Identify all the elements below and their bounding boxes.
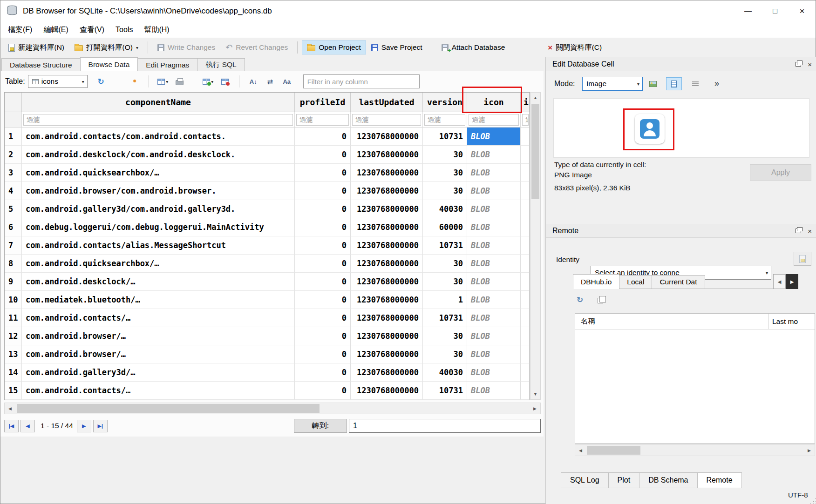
scroll-right-button[interactable]: ▶ (804, 445, 815, 456)
cell-version[interactable]: 30 (423, 164, 467, 182)
table-row[interactable]: 3 com.android.quicksearchbox/… 0 1230768… (5, 164, 530, 182)
cell-icon-blob[interactable]: BLOB (467, 200, 521, 218)
cell-version[interactable]: 30 (423, 273, 467, 291)
tab-sql-log[interactable]: SQL Log (561, 472, 609, 488)
cell-partial[interactable] (521, 363, 530, 382)
cell-componentName[interactable]: com.android.browser/… (22, 345, 295, 363)
close-database-button[interactable]: × 關閉資料庫(C) (543, 40, 607, 55)
scrollbar-thumb[interactable] (587, 446, 640, 455)
cell-componentName[interactable]: com.android.browser/com.android.browser. (22, 182, 295, 200)
cell-partial[interactable] (521, 200, 530, 218)
menu-view[interactable]: 查看(V) (74, 23, 110, 37)
filter-options-button[interactable] (128, 75, 142, 88)
identity-settings-button[interactable] (794, 252, 811, 266)
cell-lastUpdated[interactable]: 1230768000000 (351, 273, 423, 291)
close-button[interactable]: × (789, 0, 816, 22)
table-row[interactable]: 15 com.android.contacts/… 0 123076800000… (5, 382, 530, 400)
column-header-componentName[interactable]: componentName (22, 93, 295, 112)
undock-panel-icon[interactable] (796, 62, 801, 67)
cell-partial[interactable] (521, 182, 530, 200)
tab-current-database[interactable]: Current Dat (652, 275, 705, 289)
table-row[interactable]: 8 com.android.quicksearchbox/… 0 1230768… (5, 255, 530, 273)
text-mode-button[interactable] (666, 77, 682, 90)
cell-version[interactable]: 40030 (423, 363, 467, 382)
new-database-button[interactable]: 新建資料庫(N) (3, 40, 69, 55)
cell-componentName[interactable]: com.android.contacts/com.android.contact… (22, 128, 295, 146)
table-row[interactable]: 1 com.android.contacts/com.android.conta… (5, 128, 530, 146)
last-record-button[interactable]: ▶| (93, 420, 108, 432)
cell-version[interactable]: 40030 (423, 200, 467, 218)
revert-changes-button[interactable]: ↶ Revert Changes (220, 40, 293, 55)
cell-partial[interactable] (521, 382, 530, 400)
cell-version[interactable]: 10731 (423, 382, 467, 400)
scroll-left-button[interactable]: ◀ (5, 403, 15, 414)
table-row[interactable]: 9 com.android.deskclock/… 0 123076800000… (5, 273, 530, 291)
cell-lastUpdated[interactable]: 1230768000000 (351, 291, 423, 309)
cell-partial[interactable] (521, 236, 530, 255)
cell-profileId[interactable]: 0 (295, 255, 351, 273)
scroll-up-button[interactable]: ▲ (530, 93, 540, 103)
cell-icon-blob[interactable]: BLOB (467, 309, 521, 327)
cell-lastUpdated[interactable]: 1230768000000 (351, 255, 423, 273)
cell-icon-blob[interactable]: BLOB (467, 291, 521, 309)
cell-version[interactable]: 30 (423, 327, 467, 345)
cell-partial[interactable] (521, 146, 530, 164)
remote-horizontal-scrollbar[interactable]: ◀ ▶ (575, 444, 815, 456)
goto-button[interactable]: 轉到: (294, 419, 347, 433)
import-image-button[interactable] (646, 77, 660, 90)
clear-filters-button[interactable] (111, 75, 125, 88)
cell-componentName[interactable]: com.android.browser/… (22, 327, 295, 345)
cell-profileId[interactable]: 0 (295, 164, 351, 182)
table-row[interactable]: 13 com.android.browser/… 0 1230768000000… (5, 345, 530, 363)
cell-partial[interactable] (521, 273, 530, 291)
grid-horizontal-scrollbar[interactable]: ◀ ▶ (4, 403, 541, 414)
menu-edit[interactable]: 編輯(E) (38, 23, 74, 37)
filter-lastUpdated[interactable]: 過濾 (351, 112, 423, 127)
cell-componentName[interactable]: com.android.contacts/… (22, 382, 295, 400)
filter-partial[interactable]: 過濾 (521, 112, 530, 127)
table-row[interactable]: 11 com.android.contacts/… 0 123076800000… (5, 309, 530, 327)
remote-refresh-button[interactable]: ↻ (574, 294, 586, 306)
table-select[interactable]: icons ▾ (28, 75, 88, 88)
cell-profileId[interactable]: 0 (295, 345, 351, 363)
cell-lastUpdated[interactable]: 1230768000000 (351, 327, 423, 345)
table-row[interactable]: 12 com.android.browser/… 0 1230768000000… (5, 327, 530, 345)
tab-db-schema[interactable]: DB Schema (639, 472, 697, 488)
cell-partial[interactable] (521, 255, 530, 273)
menu-file[interactable]: 檔案(F) (2, 23, 38, 37)
cell-componentName[interactable]: com.android.gallery3d/com.android.galler… (22, 200, 295, 218)
tab-edit-pragmas[interactable]: Edit Pragmas (137, 58, 197, 71)
edit-font-button[interactable]: Aa (280, 75, 294, 88)
maximize-button[interactable]: □ (762, 0, 789, 22)
scroll-right-button[interactable]: ▶ (530, 403, 540, 414)
cell-partial[interactable] (521, 218, 530, 236)
column-header-profileId[interactable]: profileId (295, 93, 351, 112)
close-panel-icon[interactable]: × (808, 61, 812, 68)
cell-icon-blob[interactable]: BLOB (467, 146, 521, 164)
new-record-button[interactable]: ▾ (201, 75, 215, 88)
cell-partial[interactable] (521, 164, 530, 182)
cell-profileId[interactable]: 0 (295, 182, 351, 200)
cell-lastUpdated[interactable]: 1230768000000 (351, 146, 423, 164)
apply-button[interactable]: Apply (750, 164, 811, 181)
filter-icon-column[interactable]: 過濾 (467, 112, 521, 127)
table-row[interactable]: 4 com.android.browser/com.android.browse… (5, 182, 530, 200)
table-row[interactable]: 5 com.android.gallery3d/com.android.gall… (5, 200, 530, 218)
cell-profileId[interactable]: 0 (295, 363, 351, 382)
cell-profileId[interactable]: 0 (295, 309, 351, 327)
cell-componentName[interactable]: com.mediatek.bluetooth/… (22, 291, 295, 309)
scroll-down-button[interactable]: ▼ (530, 389, 540, 399)
cell-partial[interactable] (521, 291, 530, 309)
print-button[interactable] (173, 75, 187, 88)
tab-execute-sql[interactable]: 執行 SQL (197, 58, 245, 71)
cell-version[interactable]: 60000 (423, 218, 467, 236)
cell-version[interactable]: 10731 (423, 309, 467, 327)
cell-icon-blob[interactable]: BLOB (467, 218, 521, 236)
cell-lastUpdated[interactable]: 1230768000000 (351, 182, 423, 200)
cell-componentName[interactable]: com.android.gallery3d/… (22, 363, 295, 382)
cell-profileId[interactable]: 0 (295, 382, 351, 400)
resize-grip[interactable] (813, 501, 814, 502)
cell-lastUpdated[interactable]: 1230768000000 (351, 164, 423, 182)
cell-lastUpdated[interactable]: 1230768000000 (351, 236, 423, 255)
cell-version[interactable]: 10731 (423, 128, 467, 146)
